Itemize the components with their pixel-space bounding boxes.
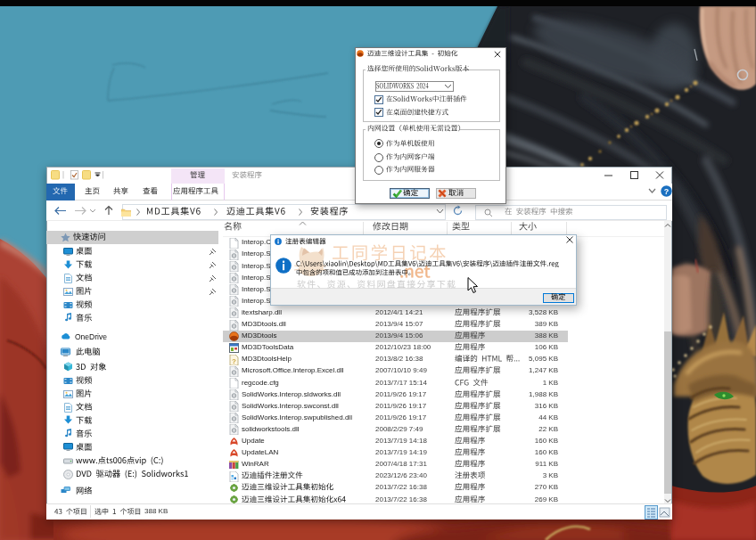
svg-text:?: ? [232, 356, 236, 364]
svg-text:?: ? [664, 187, 670, 196]
